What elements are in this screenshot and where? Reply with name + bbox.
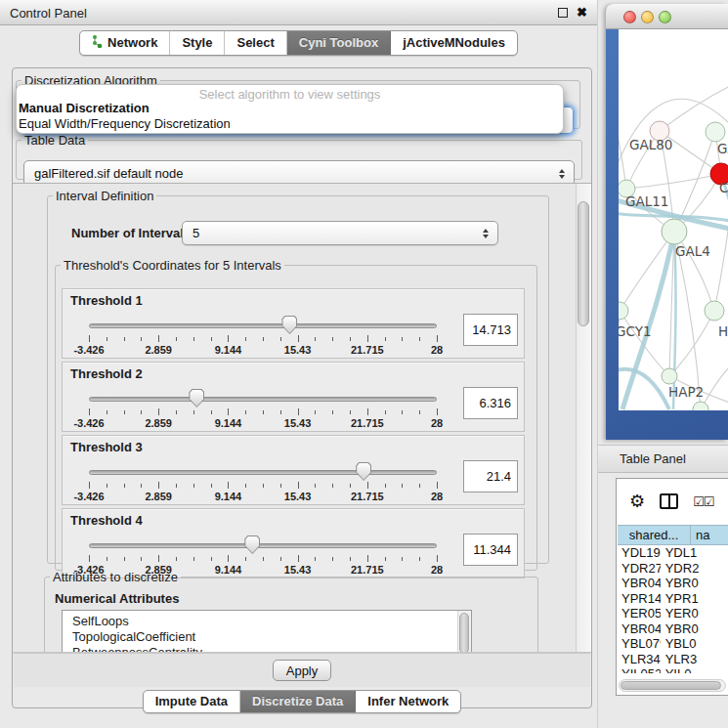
table-cell[interactable]: YIL0 [661, 666, 728, 673]
network-node[interactable] [619, 302, 628, 320]
tick-mark [437, 482, 438, 489]
network-node-label[interactable]: H [718, 323, 728, 339]
threshold-value-field[interactable] [463, 314, 518, 346]
table-row[interactable]: YLR345WYLR3 [618, 652, 728, 667]
zoom-traffic-light-icon[interactable] [659, 11, 671, 23]
num-intervals-combo[interactable]: 5 [182, 221, 498, 245]
list-item[interactable]: TopologicalCoefficient [72, 629, 471, 645]
table-cell[interactable]: YDL1 [661, 545, 728, 560]
table-cell[interactable]: YLR3 [661, 652, 728, 666]
network-node-label[interactable]: HAP2 [668, 384, 704, 400]
table-row[interactable]: YBR045CYBR0 [618, 621, 728, 637]
network-node-label[interactable]: GAL80 [629, 137, 672, 152]
float-icon[interactable] [558, 8, 568, 18]
slider-thumb[interactable] [281, 316, 297, 334]
threshold-slider[interactable]: -3.4262.8599.14415.4321.71528 [89, 388, 437, 431]
network-node[interactable] [662, 219, 687, 244]
network-node-label[interactable]: GAL11 [625, 193, 668, 209]
threshold-slider[interactable]: -3.4262.8599.14415.4321.71528 [89, 315, 437, 358]
slider-track[interactable] [89, 543, 437, 548]
tab-cyni-toolbox[interactable]: Cyni Toolbox [287, 31, 391, 55]
select-columns-checkboxes-icon[interactable]: ☑☑ [693, 494, 713, 509]
tick-mark [193, 484, 194, 488]
minimize-traffic-light-icon[interactable] [641, 11, 654, 23]
close-traffic-light-icon[interactable] [623, 11, 636, 23]
network-edge[interactable] [626, 174, 721, 189]
slider-track[interactable] [89, 470, 437, 475]
tab-impute-data[interactable]: Impute Data [144, 691, 240, 712]
popup-item-equal-width-frequency[interactable]: Equal Width/Frequency Discretization [17, 116, 563, 132]
slider-thumb[interactable] [356, 462, 371, 481]
gear-icon[interactable]: ⚙ [629, 492, 645, 510]
network-node-label[interactable]: C [719, 180, 728, 195]
numerical-attributes-list[interactable]: SelfLoopsTopologicalCoefficientBetweenne… [62, 610, 472, 653]
threshold-value-field[interactable] [463, 534, 518, 566]
horizontal-scrollbar-thumb[interactable] [621, 681, 721, 690]
slider-thumb[interactable] [244, 535, 260, 554]
table-cell[interactable]: YPR1 [661, 591, 728, 606]
network-node-label[interactable]: GA [717, 141, 728, 156]
tab-select[interactable]: Select [225, 31, 286, 55]
table-cell[interactable]: YER0 [661, 606, 728, 621]
list-scrollbar-thumb[interactable] [459, 613, 469, 653]
table-cell[interactable]: YBR045C [618, 621, 661, 636]
tick-mark [107, 410, 107, 414]
network-window-titlebar[interactable] [606, 4, 728, 29]
table-row[interactable]: YIL052CYIL0 [618, 666, 728, 673]
table-row[interactable]: YER054CYER0 [618, 606, 728, 621]
apply-button[interactable]: Apply [273, 660, 331, 681]
tab-network[interactable]: Network [80, 31, 170, 55]
network-edge[interactable] [619, 311, 620, 386]
column-header-shared-name[interactable]: shared... [618, 525, 691, 545]
network-edge[interactable] [619, 122, 626, 189]
table-row[interactable]: YBL079WYBL0 [618, 636, 728, 652]
tick-mark [228, 408, 229, 415]
table-cell[interactable]: YDL19... [618, 545, 661, 560]
close-icon[interactable]: ✖ [577, 7, 587, 18]
table-cell[interactable]: YPR145W [618, 591, 661, 606]
tick-mark [228, 482, 229, 489]
table-cell[interactable]: YBR043C [618, 576, 661, 590]
tab-discretize-data[interactable]: Discretize Data [240, 691, 356, 712]
tick-mark [228, 335, 229, 342]
column-header-name[interactable]: na [691, 525, 728, 545]
table-cell[interactable]: YBR0 [661, 621, 728, 636]
table-row[interactable]: YPR145WYPR1 [618, 591, 728, 607]
network-canvas[interactable]: GAL80GACGAL11GAL4GCY1HHAP2 [619, 29, 728, 410]
tick-mark [211, 557, 212, 561]
threshold-value-field[interactable] [463, 460, 518, 492]
network-node-label[interactable]: GCY1 [619, 323, 652, 339]
vertical-scrollbar-thumb[interactable] [578, 201, 589, 326]
table-cell[interactable]: YBL079W [618, 636, 661, 651]
vertical-scrollbar[interactable] [576, 184, 591, 652]
table-cell[interactable]: YIL052C [618, 666, 661, 673]
network-node[interactable] [705, 301, 724, 321]
table-cell[interactable]: YLR345W [618, 652, 661, 666]
list-item[interactable]: SelfLoops [72, 614, 471, 629]
list-item[interactable]: BetweennessCentrality [72, 645, 471, 653]
table-row[interactable]: YBR043CYBR0 [618, 576, 728, 591]
table-row[interactable]: YDL19...YDL1 [618, 545, 728, 561]
threshold-value-field[interactable] [463, 387, 518, 419]
list-scrollbar[interactable] [457, 611, 471, 653]
tab-jactivemnodules[interactable]: jActiveMNodules [391, 31, 517, 55]
network-node[interactable] [693, 402, 708, 410]
network-node-label[interactable]: GAL4 [675, 243, 710, 259]
threshold-slider[interactable]: -3.4262.8599.14415.4321.71528 [89, 461, 437, 504]
tab-style[interactable]: Style [170, 31, 225, 55]
popup-item-manual-discretization[interactable]: Manual Discretization [17, 101, 563, 116]
slider-thumb[interactable] [189, 389, 204, 407]
slider-track[interactable] [89, 323, 437, 328]
tab-infer-network[interactable]: Infer Network [356, 691, 460, 712]
network-node[interactable] [662, 368, 677, 384]
table-cell[interactable]: YDR2 [661, 561, 728, 576]
table-cell[interactable]: YER054C [618, 606, 661, 621]
table-cell[interactable]: YBR0 [661, 576, 728, 590]
table-cell[interactable]: YBL0 [661, 636, 728, 651]
slider-track[interactable] [89, 397, 437, 402]
columns-icon[interactable] [660, 493, 678, 509]
network-node[interactable] [706, 122, 725, 142]
table-row[interactable]: YDR27...YDR2 [618, 561, 728, 577]
table-cell[interactable]: YDR27... [618, 561, 661, 576]
horizontal-scrollbar[interactable] [619, 679, 726, 692]
